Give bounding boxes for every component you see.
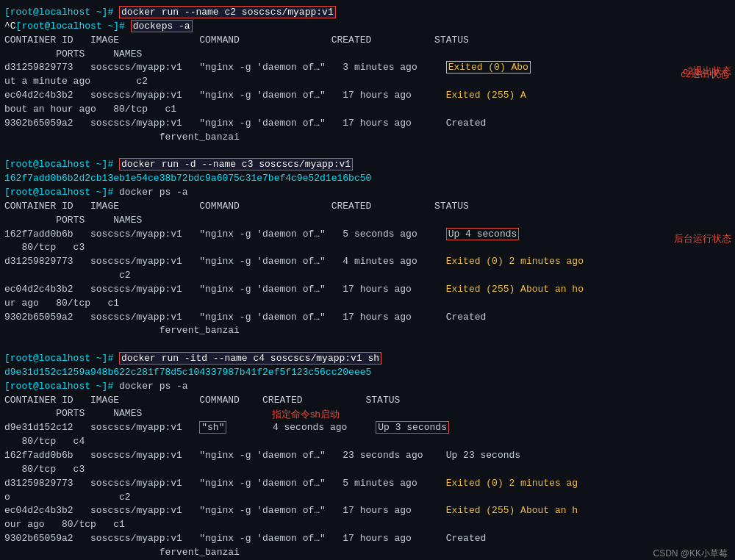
line-32: 80/tcp c3: [4, 463, 731, 477]
line-12: 162f7add0b6b2d2cb13eb1e54ce38b72bdc9a607…: [4, 172, 731, 186]
terminal: [root@localhost ~]# docker run --name c2…: [0, 0, 735, 560]
line-16: 162f7add0b6b soscscs/myapp:v1 "nginx -g …: [4, 228, 731, 242]
line-13: [root@localhost ~]# docker ps -a: [4, 186, 731, 200]
line-29: d9e31d152c12 soscscs/myapp:v1 "sh" 4 sec…: [4, 421, 731, 435]
line-2: ^C[root@localhost ~]# dockeps -a: [4, 20, 731, 34]
line-6: ut a minute ago c2: [4, 75, 731, 89]
line-20: ec04d2c4b3b2 soscscs/myapp:v1 "nginx -g …: [4, 283, 731, 297]
watermark: CSDN @KK小草莓: [653, 548, 728, 560]
line-3: CONTAINER ID IMAGE COMMAND CREATED STATU…: [4, 34, 731, 48]
line-28: PORTS NAMES: [4, 407, 731, 421]
line-33: d31259829773 soscscs/myapp:v1 "nginx -g …: [4, 477, 731, 491]
line-17: 80/tcp c3: [4, 241, 731, 255]
line-27: CONTAINER ID IMAGE COMMAND CREATED STATU…: [4, 394, 731, 408]
line-34: o c2: [4, 491, 731, 505]
line-25: d9e31d152c1259a948b622c281f78d5c10433798…: [4, 366, 731, 380]
line-8: bout an hour ago 80/tcp c1: [4, 103, 731, 117]
line-4: PORTS NAMES: [4, 48, 731, 62]
line-18: d31259829773 soscscs/myapp:v1 "nginx -g …: [4, 255, 731, 269]
line-24: [root@localhost ~]# docker run -itd --na…: [4, 352, 731, 366]
line-30: 80/tcp c4: [4, 435, 731, 449]
line-37: 9302b65059a2 soscscs/myapp:v1 "nginx -g …: [4, 532, 731, 546]
line-23: fervent_banzai: [4, 324, 731, 338]
line-1: [root@localhost ~]# docker run --name c2…: [4, 6, 731, 20]
line-19: c2: [4, 269, 731, 283]
line-35: ec04d2c4b3b2 soscscs/myapp:v1 "nginx -g …: [4, 504, 731, 518]
annotation-sh-cmd: 指定命令sh启动: [272, 408, 340, 421]
line-10: fervent_banzai: [4, 131, 731, 145]
line-11: [root@localhost ~]# docker run -d --name…: [4, 158, 731, 172]
line-15: PORTS NAMES: [4, 214, 731, 228]
line-5: d31259829773 soscscs/myapp:v1 "nginx -g …: [4, 61, 731, 75]
line-21: ur ago 80/tcp c1: [4, 297, 731, 311]
line-31: 162f7add0b6b soscscs/myapp:v1 "nginx -g …: [4, 449, 731, 463]
line-38: fervent_banzai: [4, 546, 731, 560]
line-22: 9302b65059a2 soscscs/myapp:v1 "nginx -g …: [4, 311, 731, 325]
annotation-background-run: 后台运行状态: [674, 232, 731, 245]
line-14: CONTAINER ID IMAGE COMMAND CREATED STATU…: [4, 200, 731, 214]
line-blank2: [4, 338, 731, 352]
line-blank1: [4, 144, 731, 158]
line-7: ec04d2c4b3b2 soscscs/myapp:v1 "nginx -g …: [4, 89, 731, 103]
line-26: [root@localhost ~]# docker ps -a: [4, 380, 731, 394]
annotation-c2-exit-label: c2退出状态: [683, 65, 731, 78]
line-36: our ago 80/tcp c1: [4, 518, 731, 532]
line-9: 9302b65059a2 soscscs/myapp:v1 "nginx -g …: [4, 117, 731, 131]
